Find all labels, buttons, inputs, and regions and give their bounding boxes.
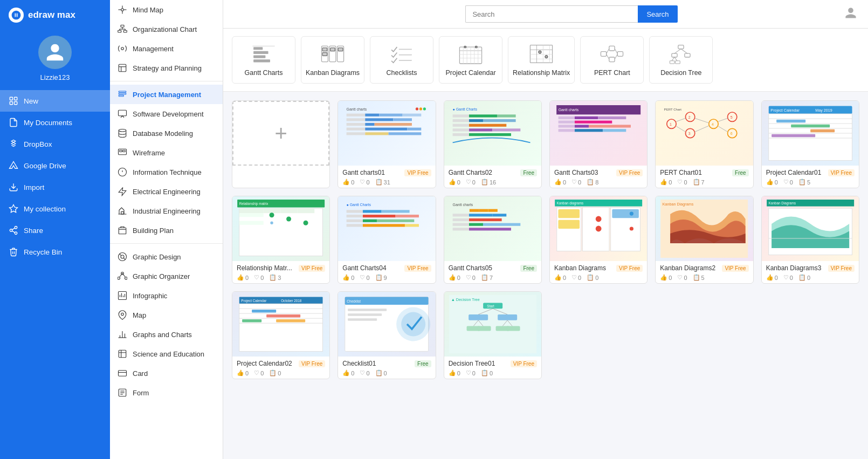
template-icons-row: Gantt Charts Kanban Diagrams <box>223 29 868 92</box>
template-icon-checklist[interactable]: Checklists <box>370 36 433 84</box>
template-icon-pert-chart[interactable]: PERT Chart <box>580 36 644 84</box>
svg-point-41 <box>121 255 124 258</box>
card-name-calendar02: Project Calendar02 <box>237 360 292 367</box>
svg-rect-132 <box>366 132 389 135</box>
svg-line-179 <box>718 126 727 132</box>
cat-graphic-design[interactable]: Graphic Design <box>110 247 223 266</box>
template-card-relationship01[interactable]: Relationship matrix <box>232 196 330 284</box>
svg-rect-140 <box>483 119 516 122</box>
nav-item-dropbox[interactable]: DropBox <box>0 133 110 155</box>
template-icon-decision-tree[interactable]: Decision Tree <box>649 36 713 84</box>
svg-point-241 <box>596 216 602 222</box>
cat-graphic-organizer[interactable]: Graphic Organizer <box>110 266 223 286</box>
cat-electrical[interactable]: Electrical Engineering <box>110 182 223 201</box>
template-card-kanban02[interactable]: Kanban Diagrams Kanban Diagrams2 VIP Fre… <box>655 196 753 284</box>
template-card-gantt02[interactable]: ● Gantt Charts <box>444 100 542 188</box>
nav-item-import[interactable]: Import <box>0 176 110 198</box>
template-icon-relationship-matrix[interactable]: Relationship Matrix <box>508 36 575 84</box>
cat-strategy[interactable]: Strategy and Planning <box>110 58 223 78</box>
svg-rect-156 <box>575 125 589 127</box>
svg-rect-217 <box>347 224 363 227</box>
svg-rect-121 <box>403 114 422 117</box>
template-card-decision01[interactable]: ▲ Decision Tree Start <box>444 291 542 379</box>
template-icon-gantt[interactable]: Gantt Charts <box>232 36 295 84</box>
svg-line-101 <box>607 49 609 54</box>
svg-rect-87 <box>476 46 477 47</box>
template-icon-kanban-label: Kanban Diagrams <box>306 69 360 77</box>
card-badge-pert01: Free <box>732 169 749 176</box>
cat-science[interactable]: Science and Education <box>110 344 223 364</box>
cat-graphs-charts[interactable]: Graphs and Charts <box>110 325 223 344</box>
thumb-gantt02: ● Gantt Charts <box>444 101 541 166</box>
cat-org-chart[interactable]: Organizational Chart <box>110 19 223 39</box>
cat-project-management[interactable]: Project Management <box>110 85 223 104</box>
svg-rect-72 <box>330 48 335 51</box>
thumb-decision01: ▲ Decision Tree Start <box>444 292 541 357</box>
topbar-user[interactable] <box>844 6 857 22</box>
cat-map[interactable]: Map <box>110 305 223 325</box>
template-card-gantt04[interactable]: ● Gantt Charts <box>337 196 436 284</box>
stat-hearts-gantt04: ♡ 0 <box>360 274 369 281</box>
svg-point-268 <box>401 312 425 337</box>
cat-infographic[interactable]: Infographic <box>110 286 223 305</box>
stat-hearts-pert01: ♡ 0 <box>677 179 687 186</box>
card-info-calendar02: Project Calendar02 VIP Free 👍 0 ♡ 0 📋 0 <box>232 357 329 379</box>
template-card-gantt01[interactable]: Gantt charts <box>337 100 436 188</box>
template-card-gantt05[interactable]: Gantt charts <box>444 196 542 284</box>
svg-line-106 <box>674 49 681 54</box>
svg-rect-125 <box>347 123 366 126</box>
svg-rect-131 <box>347 132 366 135</box>
cat-info-tech[interactable]: Information Technique <box>110 162 223 182</box>
template-card-kanban03[interactable]: Kanban Diagrams Kanban Diagrams3 VIP Fre… <box>761 196 859 284</box>
template-card-calendar02[interactable]: Project Calendar October 2018 <box>232 291 330 379</box>
template-card-kanban01[interactable]: Kanban diagrams Ka <box>549 196 647 284</box>
nav-item-new[interactable]: New <box>0 90 110 112</box>
svg-rect-155 <box>559 125 575 127</box>
search-input[interactable] <box>465 5 638 23</box>
svg-text:May 2019: May 2019 <box>815 108 832 113</box>
nav-item-google-drive[interactable]: Google Drive <box>0 155 110 176</box>
template-card-new[interactable]: + <box>232 100 330 188</box>
sidebar: edraw max Lizzie123 New My Documents Dro… <box>0 0 110 459</box>
svg-rect-263 <box>276 319 305 322</box>
nav-item-my-collection[interactable]: My collection <box>0 198 110 220</box>
svg-rect-211 <box>347 215 363 217</box>
nav-item-share[interactable]: Share <box>0 220 110 241</box>
cat-card[interactable]: Card <box>110 364 223 383</box>
svg-rect-243 <box>612 209 639 218</box>
cat-mind-map[interactable]: Mind Map <box>110 0 223 19</box>
svg-rect-262 <box>242 319 261 322</box>
cat-management[interactable]: Management <box>110 39 223 58</box>
nav-google-drive-label: Google Drive <box>24 162 66 170</box>
svg-line-42 <box>120 254 121 256</box>
svg-rect-112 <box>670 61 675 64</box>
template-icon-kanban[interactable]: Kanban Diagrams <box>301 36 364 84</box>
card-info-checklist01: Checklist01 Free 👍 0 ♡ 0 📋 0 <box>338 357 435 379</box>
cat-wireframe[interactable]: Wireframe <box>110 143 223 162</box>
template-icon-calendar[interactable]: Project Calendar <box>439 36 502 84</box>
svg-text:Project Calendar: Project Calendar <box>241 299 266 303</box>
svg-rect-1 <box>15 97 17 100</box>
template-card-calendar01[interactable]: Project Calendar May 2019 <box>761 100 859 188</box>
nav-item-my-documents[interactable]: My Documents <box>0 112 110 133</box>
svg-rect-153 <box>559 121 575 124</box>
cat-database[interactable]: Database Modeling <box>110 124 223 143</box>
svg-text:October 2018: October 2018 <box>281 299 302 303</box>
svg-point-206 <box>270 222 273 224</box>
cat-building[interactable]: Building Plan <box>110 221 223 240</box>
nav-item-recycle-bin[interactable]: Recycle Bin <box>0 241 110 263</box>
card-badge-gantt02: Free <box>520 169 537 176</box>
template-card-gantt03[interactable]: Gantt charts <box>549 100 647 188</box>
search-button[interactable]: Search <box>638 5 677 23</box>
template-icon-pert-label: PERT Chart <box>594 69 630 77</box>
cat-industrial[interactable]: Industrial Engineering <box>110 201 223 221</box>
template-card-checklist01[interactable]: Checklist Checklist01 Free <box>337 291 436 379</box>
svg-rect-212 <box>363 215 396 217</box>
svg-rect-192 <box>771 134 815 137</box>
svg-rect-278 <box>469 314 488 320</box>
cat-form[interactable]: Form <box>110 383 223 402</box>
svg-rect-136 <box>469 114 497 117</box>
template-card-pert01[interactable]: PERT Chart 1 2 3 4 5 6 <box>655 100 753 188</box>
svg-point-116 <box>419 107 422 110</box>
cat-software-dev[interactable]: Software Development <box>110 104 223 124</box>
